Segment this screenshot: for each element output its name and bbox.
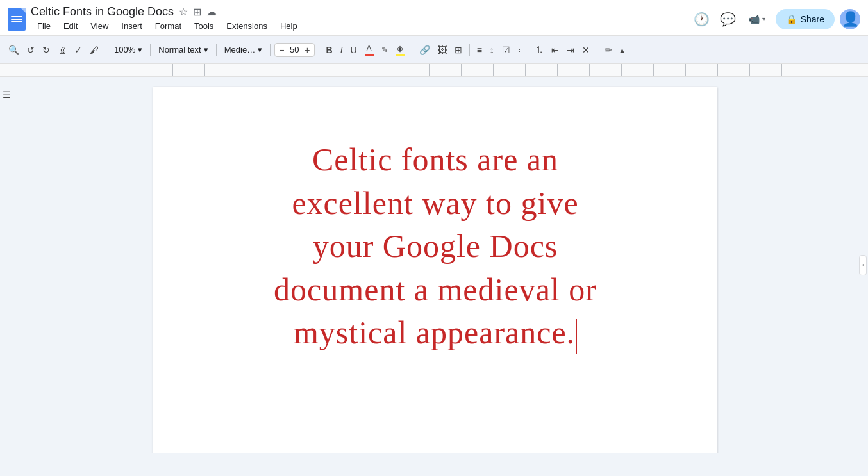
video-icon: 📹 (749, 14, 760, 24)
move-icon[interactable]: ⊞ (193, 6, 201, 18)
increase-font-size-button[interactable]: + (303, 45, 311, 55)
separator-5 (319, 44, 319, 56)
separator-1 (106, 44, 106, 56)
italic-button[interactable]: I (337, 42, 346, 58)
menu-help[interactable]: Help (274, 19, 304, 33)
separator-4 (270, 44, 271, 56)
line-spacing-button[interactable]: ↕ (487, 42, 497, 58)
font-chevron-icon: ▾ (258, 45, 262, 54)
zoom-select[interactable]: 100% ▾ (110, 42, 146, 57)
document-title[interactable]: Celtic Fonts in Google Docs (31, 5, 174, 19)
separator-2 (150, 44, 151, 56)
undo-button[interactable]: ↺ (24, 42, 38, 58)
font-size-value[interactable]: 50 (287, 45, 302, 54)
user-avatar[interactable]: 👤 (840, 9, 860, 29)
link-button[interactable]: 🔗 (416, 42, 433, 58)
star-icon[interactable]: ☆ (179, 6, 188, 18)
text-cursor (576, 319, 577, 354)
checklist-button[interactable]: ☑ (499, 42, 513, 58)
numbered-list-button[interactable]: ⒈ (531, 42, 547, 58)
style-chevron-icon: ▾ (204, 45, 208, 54)
paragraph-style-value: Normal text (158, 45, 201, 54)
highlight-indicator (396, 54, 405, 56)
strikethrough-button[interactable]: A (362, 41, 377, 58)
zoom-value: 100% (114, 45, 135, 54)
align-button[interactable]: ≡ (474, 42, 485, 58)
paragraph-style-select[interactable]: Normal text ▾ (154, 42, 212, 57)
avatar-img: 👤 (842, 11, 859, 28)
font-select[interactable]: Medie… ▾ (221, 42, 266, 57)
comments-button[interactable]: 💬 (717, 9, 739, 29)
ruler (0, 64, 868, 77)
search-button[interactable]: 🔍 (5, 42, 22, 58)
paint-format-button[interactable]: 🖌 (87, 42, 102, 58)
outline-toggle-icon[interactable]: ☰ (3, 90, 11, 100)
main-text[interactable]: Celtic fonts are an excellent way to giv… (192, 138, 679, 355)
menu-extensions[interactable]: Extensions (220, 19, 274, 33)
spell-check-button[interactable]: ✓ (71, 42, 85, 58)
clear-formatting-button[interactable]: ✕ (579, 42, 593, 58)
gdoc-icon-lines (11, 15, 22, 24)
top-right-actions: 🕐 💬 📹 ▾ 🔒 Share 👤 (691, 9, 860, 29)
separator-6 (412, 44, 412, 56)
print-button[interactable]: 🖨 (54, 42, 70, 58)
cloud-save-icon[interactable]: ☁ (206, 6, 217, 18)
text-color-indicator (365, 54, 374, 56)
share-label: Share (801, 14, 824, 24)
main-area: ☰ Celtic fonts are an excellent way to g… (0, 77, 868, 453)
menu-view[interactable]: View (84, 19, 115, 33)
separator-7 (469, 44, 470, 56)
menu-edit[interactable]: Edit (57, 19, 84, 33)
menu-insert[interactable]: Insert (115, 19, 149, 33)
gdoc-logo-icon (8, 8, 26, 31)
meet-button[interactable]: 📹 ▾ (744, 12, 771, 27)
insert-image-button[interactable]: 🖼 (435, 42, 450, 58)
font-value: Medie… (224, 45, 255, 54)
left-sidebar: ☰ (0, 77, 13, 453)
collapse-panel-button[interactable]: ‹ (859, 255, 867, 275)
document-page: Celtic fonts are an excellent way to giv… (153, 87, 717, 453)
bold-button[interactable]: B (323, 42, 336, 58)
toolbar: 🔍 ↺ ↻ 🖨 ✓ 🖌 100% ▾ Normal text ▾ Medie… … (0, 36, 868, 64)
history-button[interactable]: 🕐 (691, 9, 712, 29)
page-container[interactable]: Celtic fonts are an excellent way to giv… (13, 77, 858, 453)
highlight-color-button[interactable]: ◈ (392, 41, 408, 58)
menu-bar: File Edit View Insert Format Tools Exten… (31, 19, 686, 33)
meet-chevron: ▾ (762, 15, 765, 22)
title-info: Celtic Fonts in Google Docs ☆ ⊞ ☁ File E… (31, 5, 686, 33)
increase-indent-button[interactable]: ⇥ (563, 42, 578, 58)
expand-button[interactable]: ▴ (617, 42, 628, 58)
title-bar: Celtic Fonts in Google Docs ☆ ⊞ ☁ File E… (0, 0, 868, 36)
separator-8 (597, 44, 597, 56)
menu-format[interactable]: Format (149, 19, 188, 33)
zoom-chevron-icon: ▾ (138, 45, 142, 54)
lock-icon: 🔒 (786, 14, 797, 24)
ruler-scale (141, 64, 868, 76)
right-sidebar: ‹ (858, 77, 868, 453)
redo-button[interactable]: ↻ (39, 42, 53, 58)
menu-tools[interactable]: Tools (188, 19, 220, 33)
share-button[interactable]: 🔒 Share (776, 9, 835, 29)
separator-3 (216, 44, 217, 56)
insert-table-button[interactable]: ⊞ (451, 42, 465, 58)
font-size-control: − 50 + (274, 43, 314, 57)
bullet-list-button[interactable]: ≔ (515, 42, 530, 58)
menu-file[interactable]: File (31, 19, 57, 33)
editing-mode-button[interactable]: ✏ (601, 42, 615, 58)
text-color-button[interactable]: ✎ (378, 43, 391, 57)
decrease-font-size-button[interactable]: − (278, 45, 285, 55)
document-content[interactable]: Celtic fonts are an excellent way to giv… (179, 113, 692, 381)
underline-button[interactable]: U (347, 42, 360, 58)
decrease-indent-button[interactable]: ⇤ (548, 42, 562, 58)
